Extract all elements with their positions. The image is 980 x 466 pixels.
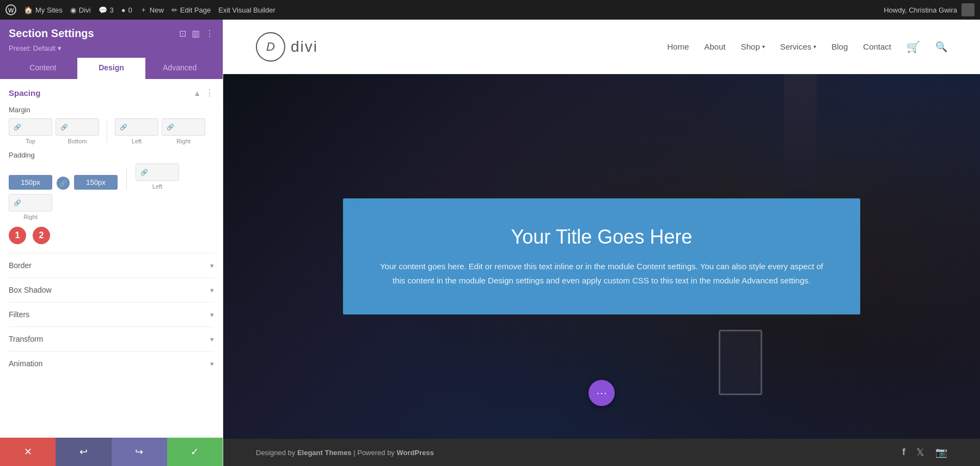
margin-left-label: Left: [132, 138, 142, 144]
filters-header[interactable]: Filters ▾: [9, 310, 214, 319]
transform-section: Transform ▾: [9, 326, 214, 351]
columns-icon[interactable]: ▥: [192, 28, 200, 39]
animation-header[interactable]: Animation ▾: [9, 359, 214, 368]
logo-text: divi: [291, 38, 318, 56]
redo-button[interactable]: ↪: [112, 438, 167, 466]
margin-top-label: Top: [26, 138, 35, 144]
tab-design[interactable]: Design: [77, 58, 146, 79]
panel-title: Section Settings: [9, 27, 94, 40]
nav-blog[interactable]: Blog: [831, 42, 848, 51]
fab-button[interactable]: ⋯: [589, 380, 615, 406]
content-box: Your Title Goes Here Your content goes h…: [343, 198, 860, 314]
margin-bottom-label: Bottom: [68, 138, 87, 144]
nav-about[interactable]: About: [704, 42, 725, 51]
padding-label: Padding: [9, 151, 214, 159]
footer-credits: Designed by Elegant Themes | Powered by …: [256, 449, 434, 457]
content-title: Your Title Goes Here: [376, 226, 828, 249]
spacing-section-header: Spacing ▲ ⋮: [9, 88, 214, 98]
spacing-menu-icon[interactable]: ⋮: [205, 88, 214, 98]
admin-bar: W 🏠 My Sites ◉ Divi 💬 3 ● 0 ＋ New ✏ Edit…: [0, 0, 980, 20]
padding-left-input[interactable]: 🔗: [136, 164, 179, 181]
comments-link[interactable]: 💬 3: [99, 6, 114, 14]
bubbles-link[interactable]: ● 0: [121, 6, 132, 14]
transform-label: Transform: [9, 335, 43, 343]
user-avatar[interactable]: [961, 3, 975, 16]
spacing-title: Spacing: [9, 88, 40, 98]
border-chevron-icon: ▾: [210, 262, 214, 270]
padding-left-label: Left: [152, 183, 162, 190]
panel-header: Section Settings ⊡ ▥ ⋮ Preset: Default ▾…: [0, 20, 223, 79]
tab-advanced[interactable]: Advanced: [145, 58, 214, 79]
facebook-icon[interactable]: f: [902, 446, 905, 458]
save-button[interactable]: ✓: [167, 438, 223, 466]
cart-icon[interactable]: 🛒: [906, 40, 920, 53]
howdy-label: Howdy, Christina Gwira: [884, 6, 957, 14]
cancel-button[interactable]: ✕: [0, 438, 56, 466]
box-shadow-header[interactable]: Box Shadow ▾: [9, 286, 214, 294]
search-icon[interactable]: 🔍: [935, 41, 947, 53]
filters-section: Filters ▾: [9, 302, 214, 326]
animation-label: Animation: [9, 359, 42, 368]
svg-text:W: W: [8, 7, 14, 14]
my-sites-link[interactable]: 🏠 My Sites: [24, 6, 63, 14]
hero-section: Your Title Goes Here Your content goes h…: [223, 74, 980, 439]
new-link[interactable]: ＋ New: [140, 5, 164, 15]
shop-chevron-icon: ▾: [762, 44, 765, 50]
box-shadow-chevron-icon: ▾: [210, 286, 214, 294]
site-logo: D divi: [256, 32, 318, 62]
spacing-collapse-icon[interactable]: ▲: [193, 89, 201, 98]
animation-section: Animation ▾: [9, 351, 214, 376]
filters-chevron-icon: ▾: [210, 311, 214, 319]
services-chevron-icon: ▾: [813, 44, 816, 50]
site-header: D divi Home About Shop ▾ Services ▾ Blog…: [223, 20, 980, 74]
right-content: D divi Home About Shop ▾ Services ▾ Blog…: [223, 20, 980, 466]
wp-logo[interactable]: W: [5, 4, 16, 15]
badge-1[interactable]: 1: [9, 227, 26, 244]
border-header[interactable]: Border ▾: [9, 261, 214, 270]
transform-chevron-icon: ▾: [210, 335, 214, 343]
undo-button[interactable]: ↩: [56, 438, 111, 466]
nav-home[interactable]: Home: [667, 42, 689, 51]
instagram-icon[interactable]: 📷: [935, 446, 947, 458]
box-shadow-section: Box Shadow ▾: [9, 277, 214, 302]
site-nav: Home About Shop ▾ Services ▾ Blog Contac…: [667, 40, 947, 53]
site-footer: Designed by Elegant Themes | Powered by …: [223, 439, 980, 466]
nav-shop[interactable]: Shop ▾: [741, 42, 765, 51]
deco-glass: [719, 330, 762, 395]
margin-right-label: Right: [176, 138, 191, 144]
edit-page-link[interactable]: ✏ Edit Page: [171, 6, 211, 14]
padding-bottom-value[interactable]: 150px: [74, 175, 118, 190]
twitter-icon[interactable]: 𝕏: [916, 446, 924, 458]
padding-right-input[interactable]: 🔗: [9, 194, 52, 211]
margin-label: Margin: [9, 106, 214, 114]
resize-icon[interactable]: ⊡: [179, 28, 186, 39]
more-icon[interactable]: ⋮: [205, 28, 214, 39]
box-shadow-label: Box Shadow: [9, 286, 52, 294]
section-settings-panel: Section Settings ⊡ ▥ ⋮ Preset: Default ▾…: [0, 20, 223, 466]
margin-left-input[interactable]: 🔗: [115, 118, 158, 136]
padding-top-value[interactable]: 150px: [9, 175, 52, 190]
animation-chevron-icon: ▾: [210, 360, 214, 368]
content-text: Your content goes here. Edit or remove t…: [376, 259, 828, 287]
badge-2[interactable]: 2: [33, 227, 50, 244]
exit-builder-link[interactable]: Exit Visual Builder: [218, 6, 275, 14]
nav-contact[interactable]: Contact: [863, 42, 891, 51]
border-section: Border ▾: [9, 253, 214, 277]
footer-social: f 𝕏 📷: [902, 446, 947, 458]
margin-top-input[interactable]: 🔗: [9, 118, 52, 136]
panel-tabs: Content Design Advanced: [9, 58, 214, 79]
padding-right-label: Right: [23, 214, 38, 220]
padding-inputs: 150px 🔗 150px 🔗 Left 🔗 Right: [9, 164, 214, 220]
border-label: Border: [9, 261, 32, 270]
logo-circle: D: [256, 32, 285, 62]
margin-bottom-input[interactable]: 🔗: [56, 118, 99, 136]
preset-selector[interactable]: Preset: Default ▾: [9, 44, 214, 52]
nav-services[interactable]: Services ▾: [780, 42, 817, 51]
tab-content[interactable]: Content: [9, 58, 77, 79]
padding-link-icon[interactable]: 🔗: [57, 177, 70, 190]
transform-header[interactable]: Transform ▾: [9, 335, 214, 343]
margin-inputs: 🔗 Top 🔗 Bottom 🔗 Left: [9, 118, 214, 144]
bottom-toolbar: ✕ ↩ ↪ ✓: [0, 438, 223, 466]
divi-link[interactable]: ◉ Divi: [70, 6, 91, 14]
margin-right-input[interactable]: 🔗: [162, 118, 205, 136]
